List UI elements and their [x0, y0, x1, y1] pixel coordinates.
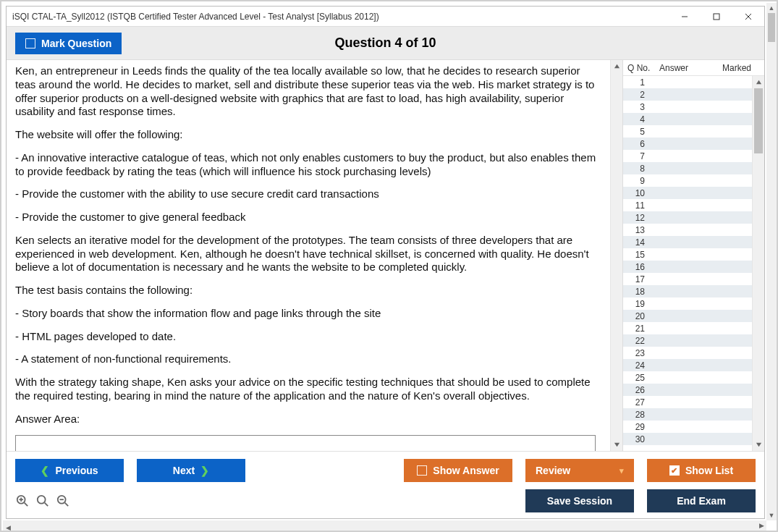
scroll-thumb[interactable]: [754, 88, 763, 153]
maximize-button[interactable]: [701, 7, 732, 27]
svg-line-13: [45, 503, 48, 507]
answer-area-label: Answer Area:: [15, 413, 601, 426]
question-list-row[interactable]: 30: [623, 433, 752, 445]
scroll-left-icon[interactable]: ◀: [3, 523, 13, 532]
question-list-row[interactable]: 20: [623, 310, 752, 322]
zoom-reset-icon[interactable]: [35, 494, 50, 508]
question-list-row[interactable]: 13: [623, 224, 752, 236]
question-list-panel: Q No. Answer Marked 12345678910111213141…: [622, 60, 764, 451]
scroll-down-icon[interactable]: [753, 439, 764, 451]
question-list-row[interactable]: 22: [623, 334, 752, 347]
header-strip: Mark Question Question 4 of 10: [7, 27, 764, 60]
scroll-up-icon[interactable]: [611, 60, 622, 72]
question-list-row[interactable]: 18: [623, 285, 752, 297]
question-number: 20: [623, 311, 652, 321]
show-answer-button[interactable]: Show Answer: [404, 459, 512, 482]
show-answer-checkbox[interactable]: [417, 465, 427, 476]
question-list-row[interactable]: 3: [623, 101, 752, 113]
close-button[interactable]: [732, 7, 764, 27]
question-number: 4: [623, 114, 652, 124]
scroll-thumb[interactable]: [768, 13, 775, 42]
question-paragraph: - Provide the customer to give general f…: [15, 211, 601, 224]
question-list-scrollbar[interactable]: [752, 76, 764, 451]
question-list-row[interactable]: 16: [623, 261, 752, 273]
question-number: 16: [623, 262, 652, 272]
end-exam-button[interactable]: End Exam: [647, 489, 756, 512]
question-list-row[interactable]: 27: [623, 396, 752, 408]
question-list-row[interactable]: 17: [623, 273, 752, 285]
minimize-button[interactable]: [669, 7, 701, 27]
show-list-checkbox[interactable]: [669, 465, 680, 476]
svg-marker-7: [756, 443, 761, 447]
question-number: 15: [623, 250, 652, 260]
question-scrollbar[interactable]: [610, 60, 622, 451]
app-window: iSQI CTAL-TA_Syll2012 (ISTQB Certified T…: [6, 6, 765, 519]
save-session-label: Save Session: [547, 495, 612, 507]
question-number: 13: [623, 225, 652, 235]
question-list-row[interactable]: 15: [623, 248, 752, 261]
question-list-row[interactable]: 19: [623, 297, 752, 310]
save-session-button[interactable]: Save Session: [525, 489, 634, 512]
question-list-row[interactable]: 21: [623, 322, 752, 334]
question-number: 28: [623, 410, 652, 420]
question-list-row[interactable]: 28: [623, 408, 752, 421]
show-list-label: Show List: [685, 465, 733, 476]
scroll-down-icon[interactable]: ▼: [766, 510, 777, 520]
question-paragraph: Ken selects an iterative model for the d…: [15, 234, 601, 274]
question-number: 5: [623, 127, 652, 137]
question-list-row[interactable]: 9: [623, 174, 752, 187]
question-list-row[interactable]: 7: [623, 150, 752, 162]
previous-button[interactable]: ❮ Previous: [15, 459, 124, 482]
question-number: 19: [623, 299, 652, 309]
question-list-row[interactable]: 6: [623, 138, 752, 150]
svg-marker-4: [614, 64, 619, 68]
previous-label: Previous: [55, 465, 98, 476]
question-list-row[interactable]: 8: [623, 162, 752, 174]
mark-question-button[interactable]: Mark Question: [15, 33, 122, 54]
question-list-row[interactable]: 10: [623, 187, 752, 199]
question-list-row[interactable]: 25: [623, 371, 752, 384]
chevron-down-icon: ▾: [620, 466, 624, 476]
question-list-row[interactable]: 14: [623, 236, 752, 248]
question-list-row[interactable]: 5: [623, 125, 752, 138]
question-paragraph: - HTML pages developed to date.: [15, 330, 601, 344]
question-body: Ken, an entrepreneur in Leeds finds the …: [7, 60, 610, 451]
outer-vertical-scrollbar[interactable]: ▲ ▼: [766, 3, 777, 520]
question-list-row[interactable]: 1: [623, 76, 752, 88]
question-number: 1: [623, 77, 652, 88]
outer-horizontal-scrollbar[interactable]: ◀ ▶: [3, 520, 766, 531]
next-button[interactable]: Next ❯: [137, 459, 245, 482]
answer-input[interactable]: [15, 435, 596, 451]
window-controls: [669, 7, 764, 27]
svg-rect-1: [714, 14, 719, 20]
question-paragraph: - Story boards that show the information…: [15, 307, 601, 321]
scroll-down-icon[interactable]: [611, 439, 622, 451]
question-number: 26: [623, 385, 652, 395]
question-list-row[interactable]: 24: [623, 359, 752, 371]
col-marked: Marked: [721, 63, 764, 73]
zoom-out-icon[interactable]: [56, 494, 70, 508]
window-title: iSQI CTAL-TA_Syll2012 (ISTQB Certified T…: [12, 12, 379, 22]
question-list-row[interactable]: 29: [623, 421, 752, 433]
title-bar: iSQI CTAL-TA_Syll2012 (ISTQB Certified T…: [7, 7, 764, 27]
question-panel: Ken, an entrepreneur in Leeds finds the …: [7, 60, 622, 451]
show-list-button[interactable]: Show List: [647, 459, 756, 482]
question-list-row[interactable]: 12: [623, 211, 752, 224]
question-number: 3: [623, 102, 652, 112]
zoom-in-icon[interactable]: [15, 494, 30, 508]
review-button[interactable]: Review ▾: [525, 459, 634, 482]
question-paragraph: Ken, an entrepreneur in Leeds finds the …: [15, 64, 601, 119]
question-list-row[interactable]: 26: [623, 384, 752, 396]
mark-question-label: Mark Question: [41, 38, 111, 49]
scroll-right-icon[interactable]: ▶: [756, 520, 766, 531]
question-list-row[interactable]: 11: [623, 199, 752, 211]
question-paragraph: - A statement of non-functional requirem…: [15, 352, 601, 366]
scroll-up-icon[interactable]: [753, 76, 764, 88]
scroll-up-icon[interactable]: ▲: [766, 3, 777, 13]
question-list-row[interactable]: 4: [623, 113, 752, 125]
question-number: 9: [623, 176, 652, 186]
question-list-row[interactable]: 23: [623, 347, 752, 359]
question-number: 24: [623, 360, 652, 371]
mark-question-checkbox[interactable]: [25, 38, 35, 48]
question-list-row[interactable]: 2: [623, 88, 752, 101]
